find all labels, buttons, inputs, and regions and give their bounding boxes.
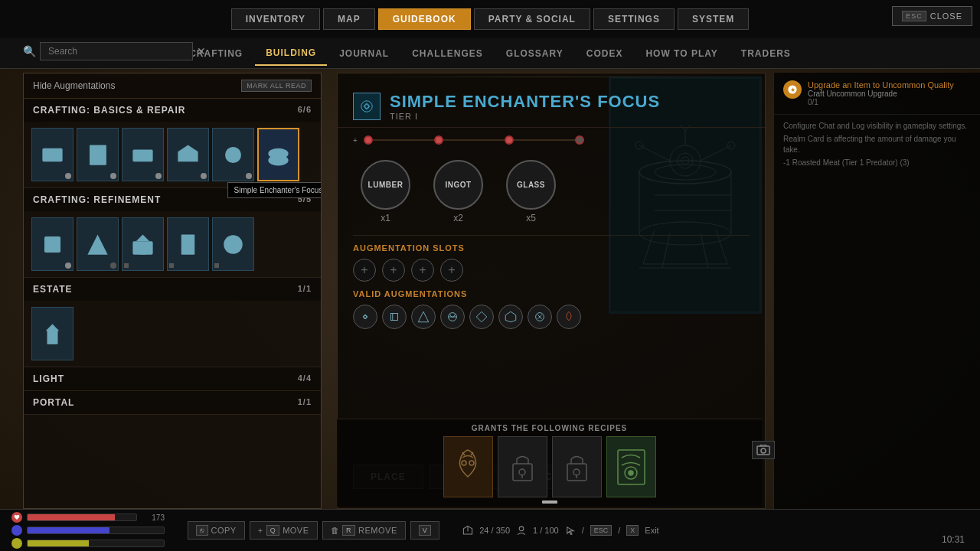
remove-button[interactable]: 🗑 R REMOVE: [322, 521, 406, 540]
item-icon: [173, 138, 204, 172]
aug-icon-3[interactable]: [411, 305, 436, 329]
item-indicator: [169, 263, 174, 268]
health-icon: [11, 512, 22, 523]
nav-inventory[interactable]: INVENTORY: [231, 8, 320, 30]
list-item[interactable]: [77, 128, 119, 181]
cursor-icon: [565, 525, 576, 536]
item-icon: [218, 138, 249, 172]
copy-key-icon: ⎋: [196, 525, 208, 536]
recipe-card-2[interactable]: [498, 436, 547, 497]
recipe-card-3[interactable]: [552, 436, 602, 497]
list-item[interactable]: [31, 128, 74, 181]
svg-rect-29: [44, 236, 60, 253]
svg-point-42: [185, 246, 191, 251]
svg-marker-88: [505, 311, 516, 322]
search-input[interactable]: [40, 42, 193, 60]
list-item-selected[interactable]: Simple Enchanter's Focus: [257, 128, 299, 181]
mark-all-read-button[interactable]: MARK ALL READ: [241, 80, 312, 92]
recipe-card-4[interactable]: [606, 436, 656, 497]
bottom-bar: 173 ⎋ COPY + Q MOVE 🗑 R REMOVE: [0, 509, 980, 551]
time-display: 10:31: [942, 534, 965, 545]
tab-traders[interactable]: TRADERS: [730, 42, 802, 65]
tab-glossary[interactable]: GLOSSARY: [495, 42, 574, 65]
remove-key: R: [342, 525, 355, 536]
aug-icon-2[interactable]: [382, 305, 407, 329]
item-icon: [83, 227, 113, 262]
material-qty-lumber: x1: [381, 213, 390, 223]
list-item[interactable]: [31, 307, 74, 360]
item-icon: [128, 138, 158, 172]
aug-slot-3[interactable]: +: [411, 259, 434, 282]
tab-how-to-play[interactable]: HOW TO PLAY: [635, 42, 728, 65]
list-item[interactable]: [212, 217, 254, 271]
svg-marker-53: [46, 324, 60, 331]
category-header-estate[interactable]: ESTATE 1/1: [24, 278, 321, 301]
list-item[interactable]: [122, 128, 164, 181]
svg-point-17: [230, 152, 237, 158]
item-indicator: [246, 173, 252, 179]
material-qty-glass: x5: [526, 213, 536, 223]
move-button[interactable]: + Q MOVE: [250, 521, 318, 540]
nav-guidebook[interactable]: GUIDEBOOK: [378, 8, 471, 30]
log-section: Configure Chat and Log visibility in gam…: [774, 115, 980, 177]
aug-slots-title: AUGMENTATION SLOTS: [353, 243, 750, 253]
aug-icon-8[interactable]: [557, 305, 581, 329]
nav-map[interactable]: MAP: [323, 8, 375, 30]
category-light: LIGHT 4/4: [24, 367, 321, 391]
esc-badge: ESC: [902, 11, 926, 21]
material-lumber: LUMBER x1: [361, 160, 410, 223]
search-icon: 🔍: [23, 45, 36, 57]
aug-icon-4[interactable]: [440, 305, 465, 329]
category-count: 4/4: [298, 373, 312, 384]
list-item[interactable]: [77, 217, 119, 271]
list-item[interactable]: [167, 128, 209, 181]
item-icon: [128, 227, 158, 262]
material-name: INGOT: [445, 181, 471, 189]
nav-settings[interactable]: SETTINGS: [593, 8, 675, 30]
list-item[interactable]: [122, 217, 164, 271]
recipe-card-1[interactable]: [443, 436, 493, 497]
tab-challenges[interactable]: CHALLENGES: [401, 42, 494, 65]
svg-point-6: [94, 155, 101, 161]
nav-system[interactable]: SYSTEM: [678, 8, 749, 30]
nav-party-social[interactable]: PARTY & SOCIAL: [474, 8, 590, 30]
close-button[interactable]: ESC CLOSE: [892, 6, 972, 26]
list-item[interactable]: [31, 217, 74, 271]
search-clear-icon[interactable]: ✕: [197, 45, 206, 57]
stamina-bar: [27, 540, 165, 547]
aug-icon-5[interactable]: [469, 305, 494, 329]
svg-point-111: [519, 527, 524, 531]
aug-icon-6[interactable]: [498, 305, 523, 329]
progress-dots: +: [338, 128, 765, 152]
aug-slot-2[interactable]: +: [382, 259, 405, 282]
search-bar: 🔍 ✕: [23, 42, 206, 60]
svg-point-25: [268, 155, 288, 165]
mana-bar-fill: [28, 527, 109, 533]
tab-codex[interactable]: CODEX: [576, 42, 634, 65]
valid-aug-title: VALID AUGMENTATIONS: [353, 289, 750, 298]
health-bar: [27, 514, 137, 521]
aug-slot-1[interactable]: +: [353, 259, 376, 282]
category-header-crafting-basics[interactable]: CRAFTING: BASICS & REPAIR 6/6: [24, 99, 321, 122]
hide-augmentations-button[interactable]: Hide Augmentations: [33, 80, 115, 91]
structure-count: 24 / 350: [479, 526, 510, 535]
aug-icon-1[interactable]: [353, 305, 377, 329]
exit-label: Exit: [645, 526, 658, 535]
copy-button[interactable]: ⎋ COPY: [188, 521, 245, 540]
svg-point-81: [364, 315, 367, 318]
svg-marker-87: [476, 311, 487, 322]
category-name: PORTAL: [33, 397, 74, 408]
category-name: CRAFTING: REFINEMENT: [33, 194, 161, 205]
aug-icon-7[interactable]: [528, 305, 552, 329]
category-header-portal[interactable]: PORTAL 1/1: [24, 391, 321, 414]
recipe-pagination: [345, 500, 754, 504]
tab-building[interactable]: BUILDING: [255, 41, 327, 66]
v-action-button[interactable]: V: [410, 521, 440, 540]
aug-slot-4[interactable]: +: [440, 259, 463, 282]
list-item[interactable]: [167, 217, 209, 271]
tab-journal[interactable]: JOURNAL: [328, 42, 400, 65]
right-sidebar: ★ Upgrade an Item to Uncommon Quality Cr…: [773, 73, 980, 509]
category-header-light[interactable]: LIGHT 4/4: [24, 367, 321, 390]
list-item[interactable]: [212, 128, 254, 181]
screenshot-button[interactable]: [752, 441, 775, 459]
